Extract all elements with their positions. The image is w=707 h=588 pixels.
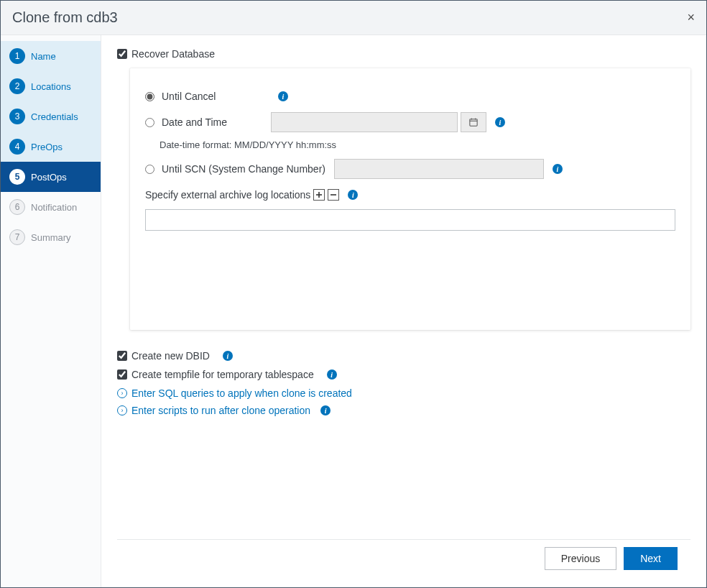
info-icon[interactable]: i [495, 117, 505, 127]
step-label: Locations [31, 81, 71, 92]
content-panel: Recover Database Until Cancel i Date and… [101, 35, 706, 587]
recover-database-label: Recover Database [131, 48, 215, 60]
info-icon[interactable]: i [348, 190, 358, 200]
new-dbid-row: Create new DBID i [117, 350, 690, 362]
info-icon[interactable]: i [320, 405, 331, 415]
archive-locations-label: Specify external archive log locations [145, 189, 310, 201]
tempfile-row: Create tempfile for temporary tablespace… [117, 369, 690, 380]
sidebar-step-notification[interactable]: 6 Notification [1, 192, 101, 222]
step-label: PostOps [31, 172, 67, 183]
step-number: 2 [9, 78, 25, 94]
recover-database-checkbox[interactable] [117, 49, 127, 59]
plus-icon [315, 191, 323, 198]
info-icon[interactable]: i [553, 164, 563, 174]
step-label: Name [31, 51, 56, 62]
date-time-label: Date and Time [162, 116, 262, 128]
until-scn-row: Until SCN (System Change Number) i [145, 159, 675, 179]
until-cancel-row: Until Cancel i [145, 91, 675, 102]
sidebar-step-summary[interactable]: 7 Summary [1, 222, 101, 252]
sidebar-step-postops[interactable]: 5 PostOps [1, 162, 101, 192]
tempfile-label: Create tempfile for temporary tablespace [131, 369, 314, 380]
minus-icon [330, 191, 337, 198]
scn-input[interactable] [334, 159, 544, 179]
until-cancel-label: Until Cancel [162, 91, 269, 102]
recover-database-row: Recover Database [117, 48, 690, 60]
chevron-right-icon: › [117, 388, 127, 398]
step-number: 7 [9, 229, 25, 245]
sidebar-step-name[interactable]: 1 Name [1, 41, 101, 71]
step-number: 5 [9, 169, 25, 185]
previous-button[interactable]: Previous [545, 547, 616, 570]
modal-header: Clone from cdb3 × [1, 1, 706, 35]
date-time-row: Date and Time i [145, 112, 675, 132]
recover-options-card: Until Cancel i Date and Time i Date-time… [130, 68, 690, 330]
sidebar-step-locations[interactable]: 2 Locations [1, 71, 101, 101]
until-cancel-radio[interactable] [145, 92, 154, 101]
step-number: 4 [9, 139, 25, 155]
step-label: Credentials [31, 111, 78, 122]
sidebar-step-credentials[interactable]: 3 Credentials [1, 101, 101, 132]
additional-options: Create new DBID i Create tempfile for te… [117, 350, 690, 422]
wizard-sidebar: 1 Name 2 Locations 3 Credentials 4 PreOp… [1, 35, 101, 587]
date-time-radio[interactable] [145, 118, 154, 127]
new-dbid-label: Create new DBID [131, 350, 210, 362]
step-label: Notification [31, 202, 77, 213]
modal-title: Clone from cdb3 [12, 9, 118, 26]
sql-queries-row: › Enter SQL queries to apply when clone … [117, 387, 690, 399]
chevron-right-icon: › [117, 405, 127, 415]
archive-location-input[interactable] [145, 209, 675, 231]
calendar-button[interactable] [461, 112, 486, 132]
calendar-icon [469, 118, 478, 127]
info-icon[interactable]: i [223, 351, 233, 361]
close-icon[interactable]: × [687, 10, 695, 25]
new-dbid-checkbox[interactable] [117, 351, 127, 361]
scripts-row: › Enter scripts to run after clone opera… [117, 405, 690, 416]
step-label: PreOps [31, 142, 63, 152]
info-icon[interactable]: i [327, 369, 337, 380]
step-number: 1 [9, 48, 25, 64]
scripts-link[interactable]: Enter scripts to run after clone operati… [131, 405, 310, 416]
tempfile-checkbox[interactable] [117, 369, 127, 380]
step-label: Summary [31, 232, 71, 243]
modal-body: 1 Name 2 Locations 3 Credentials 4 PreOp… [1, 35, 706, 587]
step-number: 3 [9, 109, 25, 124]
next-button[interactable]: Next [624, 547, 678, 570]
modal-dialog: Clone from cdb3 × 1 Name 2 Locations 3 C… [0, 0, 707, 588]
date-format-hint: Date-time format: MM/DD/YYYY hh:mm:ss [160, 139, 675, 150]
date-time-input[interactable] [271, 112, 458, 132]
svg-rect-0 [470, 119, 477, 126]
until-scn-radio[interactable] [145, 165, 154, 174]
until-scn-label: Until SCN (System Change Number) [162, 163, 325, 175]
step-number: 6 [9, 199, 25, 215]
sidebar-step-preops[interactable]: 4 PreOps [1, 132, 101, 162]
footer-bar: Previous Next [117, 539, 690, 577]
remove-location-button[interactable] [328, 189, 339, 201]
info-icon[interactable]: i [278, 91, 288, 101]
sql-queries-link[interactable]: Enter SQL queries to apply when clone is… [131, 387, 352, 399]
add-location-button[interactable] [313, 189, 325, 201]
archive-locations-row: Specify external archive log locations i [145, 189, 675, 201]
